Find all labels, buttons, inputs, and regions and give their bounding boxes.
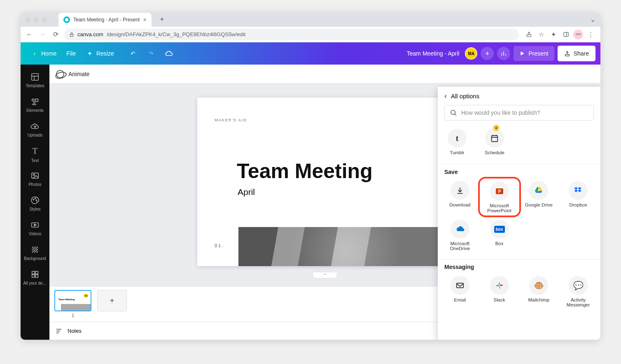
address-bar[interactable]: canva.com/design/DAFAkZPK4_k/Cw_3g_PQE9E… [64, 29, 519, 40]
file-menu[interactable]: File [61, 46, 81, 61]
option-download[interactable]: Download [440, 179, 480, 216]
undo-button[interactable]: ↶ [124, 46, 142, 61]
slide-index-text: 01. [215, 243, 224, 248]
rail-styles[interactable]: Styles [21, 191, 49, 216]
slide-hero-image [238, 227, 453, 266]
profile-avatar[interactable]: 👓 [572, 29, 584, 40]
option-email[interactable]: Email [440, 274, 480, 310]
add-page-button[interactable]: + [97, 290, 127, 311]
text-icon: T [32, 146, 37, 156]
present-label: Present [528, 50, 548, 57]
window-minimize[interactable] [34, 17, 39, 22]
rail-text[interactable]: TText [21, 142, 49, 167]
cloud-sync-button[interactable] [160, 46, 178, 61]
option-activity-messenger[interactable]: 💬 Activity Messenger [558, 274, 598, 310]
url-path: /design/DAFAkZPK4_k/Cw_3g_PQE9ENbz4l8GQS… [107, 31, 245, 37]
svg-rect-10 [32, 173, 39, 179]
redo-button[interactable]: ↷ [142, 46, 160, 61]
window-zoom[interactable] [42, 17, 47, 22]
svg-point-14 [36, 200, 37, 201]
rail-background[interactable]: Background [21, 241, 49, 265]
svg-rect-0 [70, 34, 73, 36]
close-icon[interactable]: × [143, 16, 146, 23]
option-onedrive[interactable]: Microsoft OneDrive [440, 217, 480, 253]
rail-templates[interactable]: Templates [21, 68, 49, 93]
document-title[interactable]: Team Meeting - April [407, 50, 460, 57]
back-icon[interactable]: ← [25, 30, 34, 39]
premium-badge-icon: ♛ [493, 125, 500, 131]
canva-favicon [63, 16, 70, 23]
notes-button[interactable]: Notes [68, 328, 82, 334]
svg-point-11 [33, 174, 35, 176]
svg-point-23 [451, 110, 455, 115]
templates-icon [30, 72, 40, 81]
mailchimp-icon: 🐵 [529, 276, 548, 295]
photos-icon [30, 171, 40, 180]
window-close[interactable] [26, 17, 30, 22]
option-slack[interactable]: Slack [480, 274, 519, 310]
slide[interactable]: MAKER'S AID Team Meeting April 01. [197, 97, 453, 266]
upload-icon [564, 51, 570, 57]
svg-rect-31 [499, 282, 500, 285]
svg-rect-17 [35, 271, 38, 274]
user-avatar[interactable]: MA [465, 47, 477, 60]
option-mailchimp[interactable]: 🐵 Mailchimp [519, 274, 559, 310]
svg-rect-4 [565, 54, 569, 56]
option-dropbox[interactable]: Dropbox [558, 179, 598, 216]
extensions-icon[interactable]: ✦ [548, 29, 559, 40]
tabs-overflow-icon[interactable]: ⌄ [590, 16, 595, 23]
undo-icon: ↶ [129, 49, 137, 58]
share-os-icon[interactable] [523, 29, 535, 40]
download-icon [451, 181, 469, 200]
calendar-icon [485, 129, 504, 148]
home-button[interactable]: ‹ Home [26, 46, 61, 61]
home-label: Home [41, 50, 56, 57]
browser-tab[interactable]: Team Meeting - April - Present × [58, 13, 152, 27]
svg-rect-18 [32, 275, 35, 277]
share-panel: ‹ All options How would you like to publ… [438, 87, 600, 340]
option-box[interactable]: box Box [480, 217, 519, 253]
present-button[interactable]: Present [514, 46, 554, 61]
svg-point-8 [32, 99, 35, 102]
svg-point-13 [35, 198, 36, 199]
svg-rect-19 [35, 275, 38, 277]
bookmark-icon[interactable]: ☆ [535, 29, 547, 40]
svg-rect-5 [32, 74, 39, 81]
share-button[interactable]: Share [558, 46, 595, 61]
resize-label: Resize [96, 50, 114, 57]
resize-button[interactable]: ✦ Resize [81, 46, 119, 61]
panel-heading: All options [451, 93, 479, 100]
rail-videos[interactable]: Videos [21, 216, 49, 241]
rail-photos[interactable]: Photos [21, 167, 49, 191]
grid-icon [30, 270, 40, 279]
box-icon: box [490, 220, 509, 239]
new-tab-button[interactable]: + [156, 14, 168, 26]
page-thumbnail-1[interactable]: MA Team Meeting [54, 290, 91, 311]
add-collaborator-button[interactable]: + [481, 47, 494, 60]
option-tumblr[interactable]: t Tumblr [447, 126, 467, 158]
rail-elements[interactable]: Elements [21, 93, 49, 117]
option-powerpoint[interactable]: P Microsoft PowerPoint [480, 179, 519, 216]
animate-button[interactable]: Animate [68, 71, 89, 77]
rail-uploads[interactable]: Uploads [21, 117, 49, 142]
svg-rect-2 [563, 32, 568, 37]
slide-subtitle-text: April [238, 187, 255, 197]
browser-tabstrip: Team Meeting - April - Present × + ⌄ [21, 12, 600, 27]
sidepanel-icon[interactable] [560, 29, 572, 40]
forward-icon[interactable]: → [38, 30, 47, 39]
publish-search-input[interactable]: How would you like to publish? [444, 105, 594, 121]
reload-icon[interactable]: ⟳ [51, 30, 60, 39]
url-host: canva.com [77, 31, 103, 37]
chevron-left-icon: ‹ [30, 49, 39, 58]
option-google-drive[interactable]: Google Drive [519, 179, 559, 216]
svg-rect-34 [500, 285, 503, 286]
timeline-expand-handle[interactable]: ⌃ [313, 272, 337, 278]
rail-all-designs[interactable]: All your de… [21, 265, 49, 290]
browser-toolbar: ← → ⟳ canva.com/design/DAFAkZPK4_k/Cw_3g… [21, 27, 600, 42]
svg-rect-33 [499, 286, 500, 289]
insights-button[interactable] [497, 47, 510, 60]
panel-back-button[interactable]: ‹ [444, 92, 447, 100]
kebab-icon[interactable]: ⋮ [585, 29, 596, 40]
option-schedule[interactable]: ♛ Schedule [484, 126, 505, 158]
google-drive-icon [529, 181, 548, 200]
